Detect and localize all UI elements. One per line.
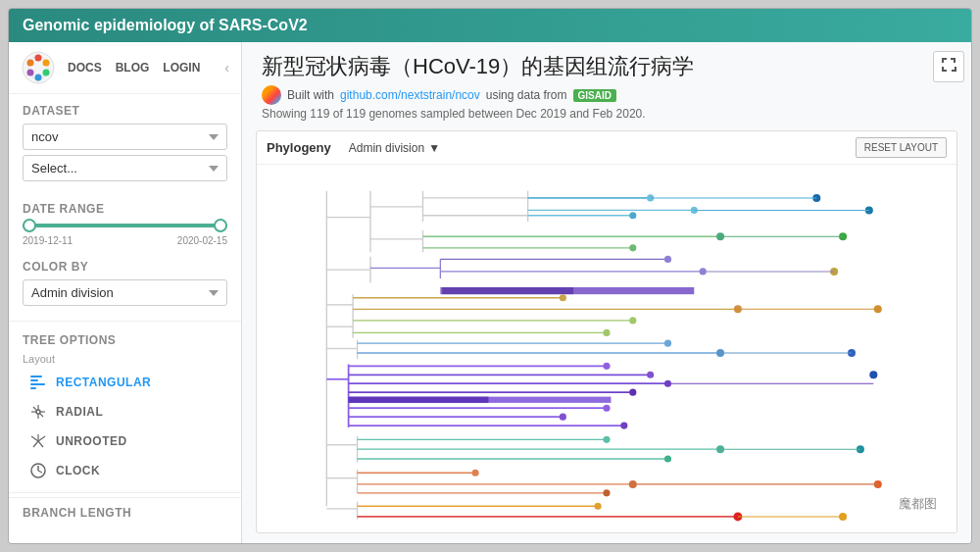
watermark: 魔都图	[899, 495, 937, 513]
svg-point-108	[620, 423, 627, 429]
svg-point-6	[27, 60, 34, 67]
gisaid-badge: GISAID	[573, 89, 616, 102]
svg-rect-70	[349, 397, 489, 403]
svg-point-3	[43, 70, 50, 76]
date-range-slider[interactable]	[23, 224, 227, 227]
fullscreen-button[interactable]	[933, 51, 964, 82]
content-header: 新型冠状病毒（HCoV-19）的基因组流行病学 Built with githu…	[242, 42, 971, 130]
color-by-section: Color By Admin division	[9, 252, 241, 317]
unrooted-label: UNROOTED	[56, 434, 127, 448]
dataset-section: Dataset ncov Select...	[9, 94, 241, 192]
rectangular-icon	[28, 373, 48, 392]
svg-point-93	[629, 244, 636, 251]
date-range-label: Date Range	[23, 202, 227, 216]
phylogeny-panel: Phylogeny Admin division ▼ RESET LAYOUT	[256, 130, 957, 533]
svg-rect-26	[301, 165, 913, 532]
svg-point-98	[629, 317, 636, 324]
sidebar-collapse-icon[interactable]: ‹	[224, 60, 229, 75]
branch-length-section: Branch Length	[9, 497, 241, 529]
svg-point-5	[27, 70, 34, 76]
nextstrain-logo-small	[262, 85, 281, 105]
svg-line-20	[33, 441, 38, 447]
svg-line-19	[38, 436, 45, 441]
svg-rect-10	[30, 387, 36, 389]
title-bar: Genomic epidemiology of SARS-CoV2	[9, 9, 971, 42]
svg-point-109	[603, 436, 610, 443]
subtitle-row: Built with github.com/nextstrain/ncov us…	[262, 85, 952, 105]
svg-point-96	[560, 294, 566, 301]
nav-blog[interactable]: BLOG	[116, 61, 150, 75]
svg-point-111	[664, 455, 671, 462]
nav-links: DOCS BLOG LOGIN	[68, 61, 200, 75]
svg-line-18	[31, 436, 38, 441]
svg-point-94	[664, 256, 671, 263]
range-thumb-right[interactable]	[214, 219, 227, 232]
date-labels: 2019-12-11 2020-02-15	[23, 235, 227, 246]
fullscreen-icon	[940, 56, 957, 74]
radial-label: RADIAL	[56, 405, 103, 419]
svg-point-2	[43, 60, 50, 67]
nextstrain-logo-icon	[21, 50, 56, 85]
svg-rect-8	[30, 379, 38, 381]
svg-point-112	[472, 470, 479, 477]
tree-options-label: Tree Options	[23, 333, 227, 347]
sidebar: DOCS BLOG LOGIN ‹ Dataset ncov Select...…	[9, 42, 242, 543]
nav-docs[interactable]: DOCS	[68, 61, 102, 75]
color-by-dropdown[interactable]: Admin division	[23, 279, 227, 306]
svg-rect-9	[30, 383, 45, 385]
radial-icon	[28, 402, 48, 422]
main-title: 新型冠状病毒（HCoV-19）的基因组流行病学	[262, 52, 952, 81]
tree-options-section: Tree Options Layout RECTANGULAR	[9, 326, 241, 488]
svg-point-114	[603, 489, 610, 496]
unrooted-icon	[28, 431, 48, 451]
dataset-dropdown[interactable]: ncov	[23, 124, 227, 150]
layout-options: RECTANGULAR RADIAL	[23, 369, 227, 484]
clock-icon	[28, 461, 48, 480]
svg-point-100	[664, 340, 671, 347]
admin-division-btn[interactable]: Admin division ▼	[343, 139, 446, 157]
rectangular-label: RECTANGULAR	[56, 376, 151, 389]
layout-label: Layout	[23, 353, 227, 365]
phylogenetic-tree-svg	[257, 165, 956, 532]
built-with-text: Built with	[287, 88, 334, 102]
clock-label: CLOCK	[56, 464, 100, 477]
dataset-label: Dataset	[23, 104, 227, 118]
svg-point-115	[595, 503, 602, 510]
svg-point-11	[36, 410, 40, 414]
phylogeny-title: Phylogeny	[267, 140, 331, 155]
svg-point-4	[35, 75, 42, 81]
genomes-info: Showing 119 of 119 genomes sampled betwe…	[262, 107, 952, 121]
svg-point-122	[869, 371, 877, 378]
layout-clock[interactable]: CLOCK	[23, 457, 227, 484]
svg-point-99	[603, 329, 610, 336]
phylogeny-toolbar: Phylogeny Admin division ▼ RESET LAYOUT	[257, 131, 956, 165]
svg-point-105	[629, 389, 636, 396]
app-title: Genomic epidemiology of SARS-CoV2	[23, 17, 308, 33]
nav-login[interactable]: LOGIN	[163, 61, 200, 75]
sidebar-header: DOCS BLOG LOGIN ‹	[9, 42, 241, 94]
svg-rect-7	[30, 376, 42, 377]
range-thumb-left[interactable]	[23, 219, 36, 232]
layout-rectangular[interactable]: RECTANGULAR	[23, 369, 227, 396]
branch-length-label: Branch Length	[23, 506, 227, 520]
layout-radial[interactable]: RADIAL	[23, 398, 227, 426]
color-by-label: Color By	[23, 260, 227, 274]
svg-point-1	[35, 55, 42, 62]
date-range-section: Date Range 2019-12-11 2020-02-15	[9, 192, 241, 252]
svg-line-21	[38, 441, 43, 447]
tree-container[interactable]: 魔都图	[257, 165, 956, 532]
admin-division-label: Admin division	[349, 141, 424, 155]
svg-line-25	[38, 471, 42, 473]
github-link[interactable]: github.com/nextstrain/ncov	[340, 88, 480, 102]
date-start-label: 2019-12-11	[23, 235, 73, 246]
svg-rect-50	[442, 287, 573, 294]
svg-point-106	[603, 405, 610, 412]
svg-line-17	[39, 413, 43, 417]
using-data-from-text: using data from	[486, 88, 567, 102]
layout-unrooted[interactable]: UNROOTED	[23, 427, 227, 455]
reset-layout-button[interactable]: RESET LAYOUT	[856, 137, 947, 158]
dataset-sub-dropdown[interactable]: Select...	[23, 155, 227, 181]
main-content: 新型冠状病毒（HCoV-19）的基因组流行病学 Built with githu…	[242, 42, 971, 543]
svg-line-16	[33, 407, 37, 411]
svg-point-91	[629, 212, 636, 219]
